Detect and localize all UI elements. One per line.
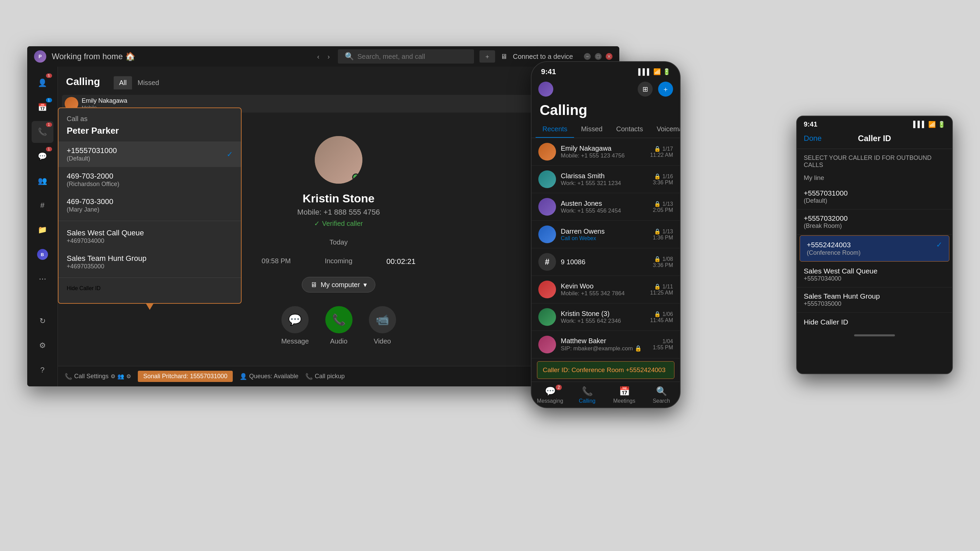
add-button[interactable]: ＋ bbox=[479, 50, 495, 63]
search-bar[interactable]: 🔍 Search, meet, and call bbox=[338, 49, 474, 64]
sidebar-item-chat[interactable]: 💬 1 bbox=[32, 146, 53, 167]
option-label-5: +5557035000 bbox=[804, 300, 945, 308]
mobile-nav-calling[interactable]: 📞 Calling bbox=[569, 386, 606, 404]
nav-forward-button[interactable]: › bbox=[325, 51, 333, 62]
option-number-5: Sales Team Hunt Group bbox=[804, 292, 945, 300]
mobile-list-item[interactable]: Darren Owens Call on Webex 🔒 1/13 1:36 P… bbox=[531, 221, 680, 248]
caller-id-option-2[interactable]: +5557032000 (Break Room) bbox=[797, 210, 952, 235]
sidebar-item-channels[interactable]: # bbox=[32, 195, 53, 216]
video-action[interactable]: 📹 Video bbox=[369, 306, 396, 345]
user-avatar: P bbox=[34, 50, 46, 63]
window-controls: − □ ✕ bbox=[584, 53, 612, 60]
sidebar-item-settings[interactable]: ⚙ bbox=[32, 335, 53, 356]
sidebar-item-refresh[interactable]: ↻ bbox=[32, 310, 53, 332]
call-settings-item[interactable]: 📞 Call Settings ⚙ 👥 ⚙ bbox=[65, 373, 131, 380]
sidebar-item-more[interactable]: ⋯ bbox=[32, 268, 53, 290]
tab-all[interactable]: All bbox=[114, 76, 132, 89]
mobile-contact-name-clarissa: Clarissa Smith bbox=[561, 172, 648, 180]
caller-id-panel-title: Caller ID bbox=[858, 134, 891, 143]
mobile-contact-date-kristin: 🔒 1/06 bbox=[650, 311, 673, 318]
help-icon: ? bbox=[40, 366, 44, 375]
mobile-list-item[interactable]: Clarissa Smith Work: +1 555 321 1234 🔒 1… bbox=[531, 166, 680, 193]
mobile-contact-info-hash: 9 10086 bbox=[561, 258, 648, 266]
search-nav-label: Search bbox=[653, 398, 670, 404]
selected-check-icon: ✓ bbox=[227, 150, 233, 159]
sidebar-item-calendar[interactable]: 📅 1 bbox=[32, 97, 53, 118]
mobile-phone-left: 9:41 ▌▌▌ 📶 🔋 ⊞ ＋ Calling Recents Missed … bbox=[531, 61, 681, 408]
mobile-tab-contacts[interactable]: Contacts bbox=[609, 121, 650, 138]
mobile-header-icons: ⊞ ＋ bbox=[638, 82, 673, 97]
audio-action[interactable]: 📞 Audio bbox=[325, 306, 353, 345]
mobile-nav-search[interactable]: 🔍 Search bbox=[643, 386, 680, 404]
mobile-contact-name-emily: Emily Nakagawa bbox=[561, 144, 645, 152]
caller-highlight[interactable]: Sonali Pritchard: 15557031000 bbox=[138, 371, 233, 382]
sidebar-item-activity[interactable]: 👤 5 bbox=[32, 72, 53, 94]
files-icon: 📁 bbox=[38, 225, 47, 234]
mobile-contact-date-hash: 🔒 1/08 bbox=[653, 256, 673, 262]
sidebar-item-help[interactable]: ? bbox=[32, 359, 53, 381]
caller-id-option-3-selected[interactable]: +5552424003 ✓ (Conference Room) bbox=[800, 235, 950, 262]
dropdown-option-richardson[interactable]: 469-703-2000 (Richardson Office) bbox=[59, 167, 241, 192]
close-button[interactable]: ✕ bbox=[606, 53, 612, 60]
mobile-contact-meta-kevin: 🔒 1/11 11:25 AM bbox=[650, 283, 673, 296]
mobile-contact-name-hash: 9 10086 bbox=[561, 258, 648, 266]
mobile-right-status-icons: ▌▌▌ 📶 🔋 bbox=[913, 121, 945, 128]
message-action[interactable]: 💬 Message bbox=[281, 306, 309, 345]
mobile-contact-info-austen: Austen Jones Work: +1 555 456 2454 bbox=[561, 200, 648, 214]
dropdown-option-default[interactable]: +15557031000 (Default) ✓ bbox=[59, 141, 241, 167]
add-call-button[interactable]: ＋ bbox=[658, 82, 673, 97]
mobile-contact-avatar-clarissa bbox=[538, 170, 556, 188]
mobile-contact-info-emily: Emily Nakagawa Mobile: +1 555 123 4756 bbox=[561, 144, 645, 159]
mobile-contact-time-darren: 1:36 PM bbox=[653, 235, 673, 241]
nav-back-button[interactable]: ‹ bbox=[314, 51, 322, 62]
maximize-button[interactable]: □ bbox=[595, 53, 601, 60]
sidebar-item-teams[interactable]: 👥 bbox=[32, 170, 53, 192]
dropdown-hide-caller-id[interactable]: Hide Caller ID bbox=[59, 281, 241, 296]
dropdown-option-mary-jane[interactable]: 469-703-3000 (Mary Jane) bbox=[59, 192, 241, 218]
sidebar-item-files[interactable]: 📁 bbox=[32, 219, 53, 241]
mobile-contact-avatar-kevin bbox=[538, 281, 556, 298]
compose-button[interactable]: ⊞ bbox=[638, 82, 653, 97]
caller-id-option-1[interactable]: +5557031000 (Default) bbox=[797, 184, 952, 210]
caller-id-option-5[interactable]: Sales Team Hunt Group +5557035000 bbox=[797, 287, 952, 313]
caller-id-option-4[interactable]: Sales West Call Queue +5557034000 bbox=[797, 262, 952, 287]
mobile-contact-meta-kristin: 🔒 1/06 11:45 AM bbox=[650, 311, 673, 324]
done-button[interactable]: Done bbox=[804, 134, 822, 143]
mobile-list-item[interactable]: # 9 10086 🔒 1/08 3:36 PM bbox=[531, 248, 680, 276]
desktop-app-window: P Working from home 🏠 ‹ › 🔍 Search, meet… bbox=[27, 46, 619, 386]
mobile-contact-name-matthew: Matthew Baker bbox=[561, 337, 648, 345]
dropdown-option-default-text: +15557031000 (Default) bbox=[67, 146, 117, 162]
mobile-list-item[interactable]: Emily Nakagawa Mobile: +1 555 123 4756 🔒… bbox=[531, 138, 680, 166]
mobile-contact-info-kevin: Kevin Woo Mobile: +1 555 342 7864 bbox=[561, 282, 645, 297]
option-number-2: +5557032000 bbox=[804, 214, 945, 222]
sidebar-item-calls[interactable]: 📞 1 bbox=[32, 121, 53, 143]
mobile-tab-voicemail[interactable]: Voicemail bbox=[650, 121, 681, 138]
hide-caller-id-option[interactable]: Hide Caller ID bbox=[797, 313, 952, 332]
call-duration: 00:02:21 bbox=[387, 257, 416, 266]
dropdown-option-sales-team[interactable]: Sales Team Hunt Group +4697035000 bbox=[59, 249, 241, 275]
mobile-list-item[interactable]: Austen Jones Work: +1 555 456 2454 🔒 1/1… bbox=[531, 193, 680, 221]
mobile-list-item[interactable]: Matthew Baker SIP: mbaker@example.com 🔒 … bbox=[531, 331, 680, 359]
call-pickup-item[interactable]: 📞 Call pickup bbox=[305, 373, 345, 380]
calling-nav-icon: 📞 bbox=[582, 386, 593, 397]
device-selector[interactable]: 🖥 My computer ▾ bbox=[302, 277, 375, 292]
audio-circle: 📞 bbox=[325, 306, 353, 333]
mobile-nav-meetings[interactable]: 📅 Meetings bbox=[606, 386, 643, 404]
tab-missed[interactable]: Missed bbox=[132, 76, 164, 89]
mobile-tab-recents[interactable]: Recents bbox=[536, 121, 574, 138]
sidebar-item-apps[interactable]: B bbox=[32, 243, 53, 265]
queues-item[interactable]: 👤 Queues: Available bbox=[240, 373, 298, 380]
call-time: 09:58 PM bbox=[262, 257, 291, 265]
mobile-list-item[interactable]: Kevin Woo Mobile: +1 555 342 7864 🔒 1/11… bbox=[531, 276, 680, 303]
dropdown-option-sales-team-text: Sales Team Hunt Group +4697035000 bbox=[67, 254, 146, 270]
mobile-nav-messaging[interactable]: 💬 Messaging 2 bbox=[531, 386, 569, 404]
minimize-button[interactable]: − bbox=[584, 53, 591, 60]
mobile-list-item[interactable]: Kristin Stone (3) Work: +1 555 642 2346 … bbox=[531, 303, 680, 331]
mobile-contact-time-kevin: 11:25 AM bbox=[650, 290, 673, 296]
mobile-tab-missed[interactable]: Missed bbox=[574, 121, 609, 138]
mobile-left-time: 9:41 bbox=[541, 67, 556, 76]
chevron-down-icon: ▾ bbox=[363, 281, 367, 289]
dropdown-option-sales-west[interactable]: Sales West Call Queue +4697034000 bbox=[59, 224, 241, 249]
mobile-contact-detail-clarissa: Work: +1 555 321 1234 bbox=[561, 180, 648, 187]
chat-badge: 1 bbox=[46, 147, 52, 151]
